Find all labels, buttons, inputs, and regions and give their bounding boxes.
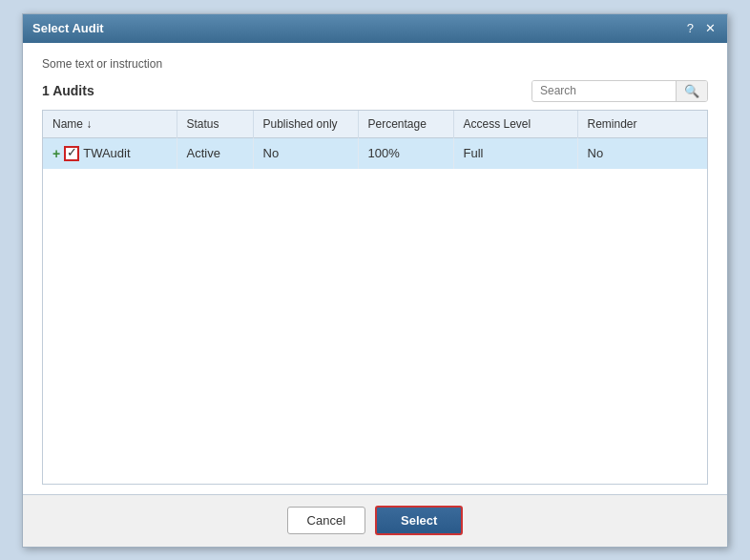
- search-box: 🔍: [531, 80, 708, 102]
- table-container: Name ↓ Status Published only Percentage: [42, 110, 708, 485]
- close-button[interactable]: ✕: [703, 21, 718, 35]
- toolbar: 1 Audits 🔍: [42, 80, 708, 102]
- col-header-name[interactable]: Name ↓: [43, 111, 177, 138]
- col-header-status[interactable]: Status: [177, 111, 253, 138]
- plus-icon[interactable]: +: [52, 146, 60, 161]
- dialog-body: Some text or instruction 1 Audits 🔍 Name…: [23, 43, 727, 494]
- table-body: + TWAudit Active No 100% Full No: [43, 137, 707, 169]
- dialog-title: Select Audit: [32, 21, 104, 35]
- cell-status: Active: [177, 137, 253, 169]
- cell-percentage: 100%: [358, 137, 453, 169]
- col-header-published[interactable]: Published only: [253, 111, 358, 138]
- col-header-percentage[interactable]: Percentage: [358, 111, 453, 138]
- col-header-reminder[interactable]: Reminder: [577, 111, 707, 138]
- dialog-footer: Cancel Select: [23, 494, 727, 547]
- cell-access-level: Full: [453, 137, 577, 169]
- titlebar-controls: ? ✕: [685, 21, 718, 35]
- col-header-access-level[interactable]: Access Level: [453, 111, 577, 138]
- cell-name: + TWAudit: [43, 137, 177, 169]
- table-header: Name ↓ Status Published only Percentage: [43, 111, 707, 138]
- cell-reminder: No: [577, 137, 707, 169]
- row-checkbox[interactable]: [64, 146, 79, 161]
- select-button[interactable]: Select: [375, 506, 463, 535]
- cancel-button[interactable]: Cancel: [287, 507, 365, 534]
- search-input[interactable]: [532, 81, 676, 100]
- cell-published: No: [253, 137, 358, 169]
- search-button[interactable]: 🔍: [676, 81, 707, 101]
- dialog-titlebar: Select Audit ? ✕: [23, 14, 727, 43]
- audits-count: 1 Audits: [42, 83, 94, 98]
- audit-table: Name ↓ Status Published only Percentage: [43, 111, 707, 169]
- instruction-text: Some text or instruction: [42, 57, 708, 71]
- select-audit-dialog: Select Audit ? ✕ Some text or instructio…: [22, 13, 728, 548]
- help-button[interactable]: ?: [685, 21, 696, 35]
- table-row[interactable]: + TWAudit Active No 100% Full No: [43, 137, 707, 169]
